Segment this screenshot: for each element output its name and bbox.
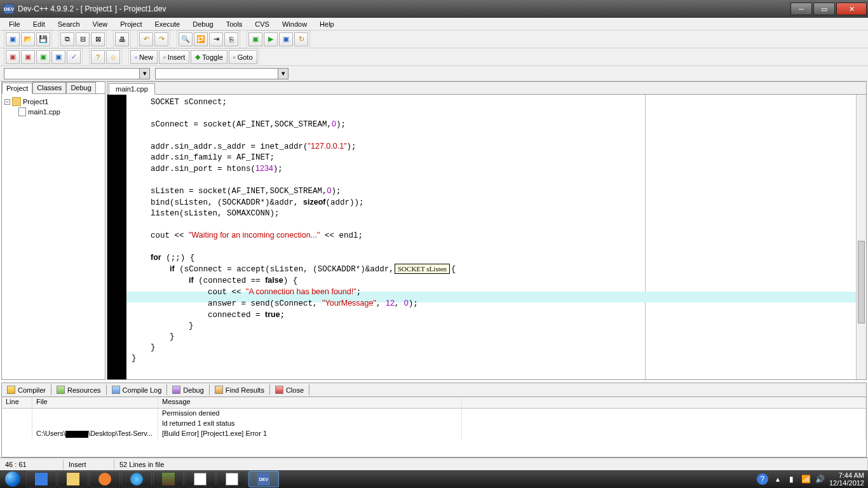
project-icon — [12, 97, 21, 106]
taskbar-minecraft[interactable] — [153, 471, 184, 487]
message-row[interactable]: Permission denied — [2, 409, 866, 419]
collapse-icon[interactable]: − — [4, 99, 10, 105]
tray-chevron-icon[interactable]: ▴ — [773, 475, 782, 484]
tab-icon — [112, 386, 120, 394]
function-combo[interactable]: ▾ — [155, 68, 288, 79]
tray-clock[interactable]: 7:44 AM 12/14/2012 — [829, 471, 864, 487]
step-out-button[interactable]: ▣ — [51, 50, 65, 64]
taskbar-app-7[interactable] — [217, 471, 247, 487]
menu-file[interactable]: File — [3, 19, 27, 29]
code-editor[interactable]: SOCKET sConnect; sConnect = socket(AF_IN… — [107, 95, 866, 379]
output-tab-compile-log[interactable]: Compile Log — [107, 384, 168, 395]
tab-icon — [275, 386, 283, 394]
save-button[interactable]: 💾 — [36, 32, 50, 46]
output-tab-debug[interactable]: Debug — [167, 384, 209, 395]
undo-button[interactable]: ↶ — [139, 32, 153, 46]
checkmark-button[interactable]: ✓ — [67, 50, 81, 64]
taskbar-media-player[interactable] — [90, 471, 120, 487]
menu-debug[interactable]: Debug — [186, 19, 219, 29]
rebuild-button[interactable]: ↻ — [294, 32, 308, 46]
toggle-button[interactable]: ◆Toggle — [191, 50, 227, 64]
class-combo[interactable]: ▾ — [4, 68, 150, 79]
tree-file[interactable]: main1.cpp — [4, 107, 102, 117]
menu-window[interactable]: Window — [276, 19, 313, 29]
step-into-button[interactable]: ▣ — [36, 50, 50, 64]
menu-help[interactable]: Help — [313, 19, 341, 29]
header-line[interactable]: Line — [2, 397, 32, 408]
code-content[interactable]: SOCKET sConnect; sConnect = socket(AF_IN… — [126, 95, 856, 379]
menu-edit[interactable]: Edit — [27, 19, 51, 29]
compiler-messages[interactable]: Line File Message Permission deniedld re… — [2, 397, 866, 457]
menu-tools[interactable]: Tools — [220, 19, 249, 29]
output-tab-resources[interactable]: Resources — [51, 384, 107, 395]
output-tab-compiler[interactable]: Compiler — [2, 384, 51, 395]
project-panel-tabs: ProjectClassesDebug — [2, 82, 105, 93]
header-rest[interactable] — [462, 397, 866, 408]
file-icon — [18, 107, 26, 116]
message-row[interactable]: ld returned 1 exit status — [2, 419, 866, 429]
new-dropdown[interactable]: ▫New — [130, 50, 158, 64]
output-tab-close[interactable]: Close — [270, 384, 309, 395]
goto-button[interactable]: ▫Goto — [229, 50, 257, 64]
replace-button[interactable]: 🔁 — [194, 32, 208, 46]
taskbar-devcpp[interactable]: DEV — [248, 471, 279, 487]
find-next-button[interactable]: ⇥ — [209, 32, 223, 46]
editor-panel: main1.cpp SOCKET sConnect; sConnect = so… — [107, 81, 867, 380]
tab-label: Compiler — [18, 386, 46, 394]
save-all-button[interactable]: ⧉ — [60, 32, 74, 46]
volume-icon[interactable]: 🔊 — [815, 475, 824, 484]
taskbar-explorer[interactable] — [58, 471, 88, 487]
menu-view[interactable]: View — [86, 19, 114, 29]
taskbar-app-4[interactable] — [121, 471, 152, 487]
windows-orb-icon — [5, 471, 20, 487]
run-button[interactable]: ▶ — [264, 32, 278, 46]
find-button[interactable]: 🔍 — [179, 32, 193, 46]
project-tree[interactable]: − Project1 main1.cpp — [2, 93, 105, 379]
close-file-button[interactable]: ⊟ — [76, 32, 90, 46]
maximize-button[interactable]: ▭ — [813, 3, 835, 15]
tree-file-label: main1.cpp — [28, 108, 60, 116]
wifi-icon[interactable]: 📶 — [801, 475, 810, 484]
menu-execute[interactable]: Execute — [148, 19, 186, 29]
help-tray-icon[interactable]: ? — [757, 473, 768, 485]
menu-cvs[interactable]: CVS — [248, 19, 276, 29]
about-button[interactable]: ☺ — [106, 50, 120, 64]
scrollbar-thumb[interactable] — [858, 241, 865, 323]
start-button[interactable] — [0, 470, 25, 488]
status-line-count: 52 Lines in file — [114, 459, 868, 470]
doc2-icon — [226, 473, 238, 485]
message-header: Line File Message — [2, 397, 866, 409]
taskbar-app-1[interactable] — [26, 471, 57, 487]
goto-line-button[interactable]: ⎘ — [224, 32, 238, 46]
panel-tab-project[interactable]: Project — [2, 83, 32, 94]
menu-project[interactable]: Project — [114, 19, 148, 29]
vertical-scrollbar[interactable] — [856, 95, 866, 379]
header-file[interactable]: File — [32, 397, 158, 408]
tab-label: Close — [286, 386, 304, 394]
panel-tab-classes[interactable]: Classes — [32, 82, 66, 93]
google-icon — [35, 473, 48, 485]
status-cursor-pos: 46 : 61 — [0, 459, 64, 470]
close-all-button[interactable]: ⊠ — [91, 32, 105, 46]
redo-button[interactable]: ↷ — [154, 32, 168, 46]
message-row[interactable]: C:\Users\\Desktop\Test-Serv...[Build Err… — [2, 429, 866, 439]
help-button[interactable]: ? — [91, 50, 105, 64]
tree-root[interactable]: − Project1 — [4, 97, 102, 107]
output-tab-find-results[interactable]: Find Results — [210, 384, 270, 395]
menu-search[interactable]: Search — [51, 19, 86, 29]
taskbar-app-6[interactable] — [185, 471, 215, 487]
debug-button[interactable]: ▣ — [6, 50, 20, 64]
step-over-button[interactable]: ▣ — [21, 50, 35, 64]
header-message[interactable]: Message — [158, 397, 462, 408]
compile-run-button[interactable]: ▣ — [279, 32, 293, 46]
insert-dropdown[interactable]: ▫Insert — [159, 50, 189, 64]
print-button[interactable]: 🖶 — [115, 32, 129, 46]
compile-button[interactable]: ▣ — [248, 32, 262, 46]
battery-icon[interactable]: ▮ — [787, 475, 796, 484]
editor-tab[interactable]: main1.cpp — [109, 83, 155, 95]
new-file-button[interactable]: ▣ — [6, 32, 20, 46]
open-button[interactable]: 📂 — [21, 32, 35, 46]
panel-tab-debug[interactable]: Debug — [66, 82, 95, 93]
close-button[interactable]: ✕ — [836, 3, 867, 15]
minimize-button[interactable]: ─ — [790, 3, 812, 15]
